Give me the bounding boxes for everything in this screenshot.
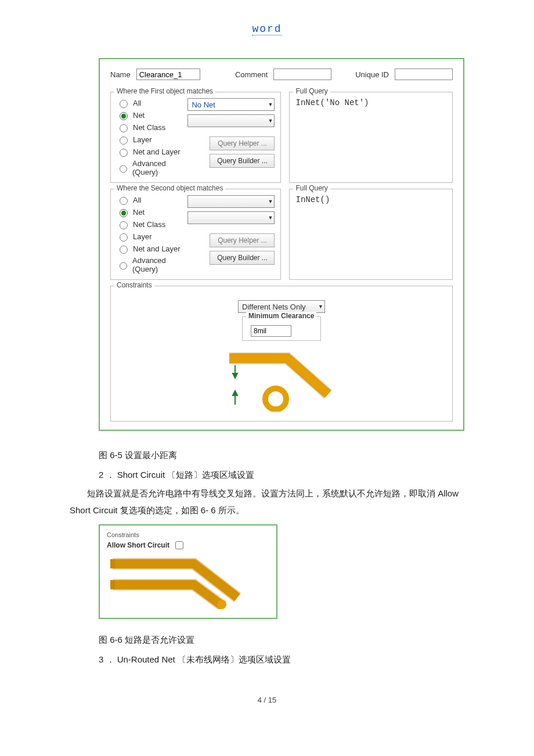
radio-netlayer-2[interactable]: Net and Layer: [117, 244, 182, 254]
chevron-down-icon: ▼: [268, 215, 273, 221]
first-match-legend: Where the First object matches: [114, 87, 215, 95]
paragraph-1: 短路设置就是否允许电路中有导线交叉短路。设置方法同上，系统默认不允许短路，即取消…: [70, 485, 464, 519]
figure-clearance-rule: Name Comment Unique ID Where the First o…: [99, 58, 464, 431]
full-query-text-2: InNet(): [295, 195, 446, 253]
uniqueid-label: Unique ID: [355, 70, 389, 79]
header-link: word: [35, 23, 499, 35]
constraints-group: Constraints Different Nets Only▼ Minimum…: [110, 286, 453, 422]
allow-short-label: Allow Short Circuit: [107, 541, 169, 549]
full-query-legend-2: Full Query: [293, 184, 330, 192]
constraints-legend: Constraints: [114, 281, 154, 289]
chevron-down-icon: ▼: [268, 199, 273, 204]
netclass-combo-1[interactable]: ▼: [187, 114, 275, 127]
query-builder-1[interactable]: Query Builder ...: [210, 154, 275, 168]
name-label: Name: [110, 70, 131, 79]
figure-short-circuit: Constraints Allow Short Circuit: [99, 524, 277, 619]
radio-netclass-2[interactable]: Net Class: [117, 219, 182, 229]
radio-layer-2[interactable]: Layer: [117, 232, 182, 242]
query-builder-2[interactable]: Query Builder ...: [210, 251, 275, 265]
full-query-text-1: InNet('No Net'): [295, 98, 446, 156]
heading-item3: 3 ． Un-Routed Net 〔未布线网络〕选项区域设置: [99, 653, 464, 667]
radio-all-1[interactable]: All: [117, 98, 182, 108]
comment-input[interactable]: [273, 69, 331, 80]
query-helper-1[interactable]: Query Helper ...: [210, 136, 275, 150]
radio-net-2[interactable]: Net: [117, 207, 182, 217]
radio-net-1[interactable]: Net: [117, 110, 182, 120]
min-clearance-input[interactable]: [251, 325, 291, 337]
full-query-1: Full Query InNet('No Net'): [289, 92, 453, 183]
rule-top-row: Name Comment Unique ID: [110, 69, 453, 80]
first-match-group: Where the First object matches All Net N…: [110, 92, 281, 183]
svg-rect-7: [110, 580, 115, 589]
full-query-legend-1: Full Query: [293, 87, 330, 95]
header-link-text: word: [252, 23, 282, 35]
comment-label: Comment: [235, 70, 268, 79]
netclass-combo-2[interactable]: ▼: [187, 211, 275, 224]
radio-layer-1[interactable]: Layer: [117, 135, 182, 145]
caption-fig65: 图 6-5 设置最小距离: [99, 448, 464, 462]
uniqueid-input[interactable]: [395, 69, 453, 80]
svg-point-5: [217, 600, 226, 609]
net-combo-1[interactable]: No Net▼: [187, 98, 275, 111]
second-match-legend: Where the Second object matches: [114, 184, 225, 192]
radio-all-2[interactable]: All: [117, 195, 182, 205]
chevron-down-icon: ▼: [268, 102, 273, 107]
min-clearance-label: Minimum Clearance: [246, 312, 316, 320]
min-clearance-box: Minimum Clearance: [242, 316, 321, 341]
svg-marker-4: [233, 391, 237, 395]
radio-advanced-1[interactable]: Advanced (Query): [117, 159, 182, 177]
radio-netclass-1[interactable]: Net Class: [117, 123, 182, 132]
heading-item2: 2 ． Short Circuit 〔短路〕选项区域设置: [99, 468, 464, 482]
netscope-combo[interactable]: Different Nets Only▼: [238, 300, 325, 313]
chevron-down-icon: ▼: [268, 118, 273, 124]
short-circuit-diagram-icon: [107, 551, 252, 609]
svg-marker-2: [233, 373, 237, 378]
name-input[interactable]: [136, 69, 200, 80]
query-helper-2[interactable]: Query Helper ...: [210, 233, 275, 247]
svg-point-0: [265, 388, 286, 409]
clearance-diagram-icon: [212, 348, 351, 412]
allow-short-checkbox[interactable]: [175, 541, 183, 549]
radio-netlayer-1[interactable]: Net and Layer: [117, 147, 182, 157]
page-footer: 4 / 15: [35, 696, 499, 704]
constraints-legend-2: Constraints: [107, 531, 269, 538]
radio-advanced-2[interactable]: Advanced (Query): [117, 256, 182, 273]
full-query-2: Full Query InNet(): [289, 189, 453, 280]
second-match-group: Where the Second object matches All Net …: [110, 189, 281, 280]
chevron-down-icon: ▼: [318, 304, 323, 309]
caption-fig66: 图 6-6 短路是否允许设置: [99, 633, 464, 647]
net-combo-2[interactable]: ▼: [187, 195, 275, 208]
svg-rect-6: [110, 559, 115, 568]
